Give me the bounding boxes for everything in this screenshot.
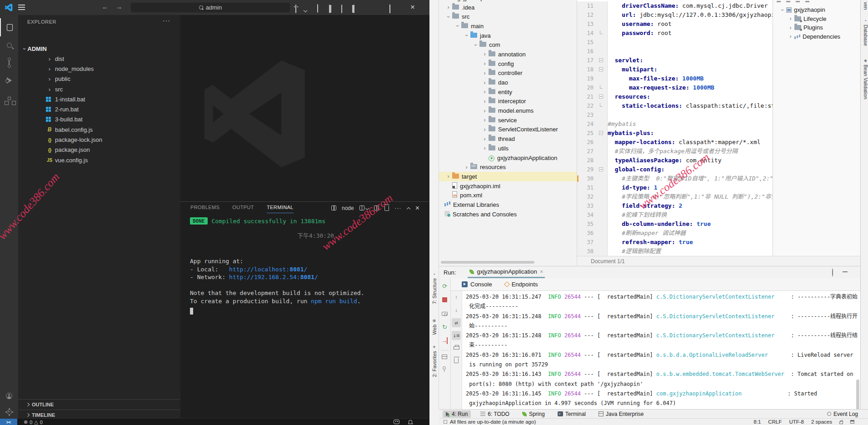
fold-collapse-icon[interactable]: −: [599, 58, 603, 62]
stripe-structure[interactable]: ▪7: Structure: [429, 272, 439, 304]
menu-icon[interactable]: [18, 5, 25, 10]
explorer-item[interactable]: Bbabel.config.js: [18, 125, 180, 135]
customize-layout-icon[interactable]: [317, 5, 318, 13]
dump-threads-icon[interactable]: [442, 312, 448, 316]
activity-search[interactable]: [0, 36, 18, 54]
encoding[interactable]: UTF-8: [789, 419, 804, 425]
layout-settings-icon[interactable]: [442, 355, 447, 359]
view-tab-console[interactable]: Console: [462, 281, 492, 288]
clear-console-icon[interactable]: [454, 358, 459, 363]
exit-icon[interactable]: →: [441, 337, 448, 344]
toggle-secondary-sidebar-icon[interactable]: [354, 5, 354, 13]
chevron-collapsed-icon[interactable]: ›: [481, 60, 489, 67]
tool-window-tab-javaenterprise[interactable]: Java Enterprise: [595, 410, 647, 418]
maven-root-item[interactable]: ›mgxjyzhaopin: [773, 5, 860, 15]
console-output[interactable]: 2025-03-20 16:31:15.247 INFO 26544 --- […: [462, 291, 860, 410]
maven-item-lifecycle[interactable]: ›Lifecycle: [773, 15, 860, 24]
remote-indicator[interactable]: ><: [0, 419, 17, 425]
scroll-to-end-icon[interactable]: ↓≡: [452, 331, 461, 340]
window-close-icon[interactable]: ×: [410, 3, 415, 11]
project-tree-item[interactable]: gxjyzhaopin.iml: [439, 181, 577, 191]
project-tree-pane[interactable]: ›gxjyzhaopin›.idea›src›main›java›com›ann…: [439, 0, 577, 266]
pin-tab-icon[interactable]: [443, 366, 446, 370]
run-configuration-tab[interactable]: gxjyzhaopinApplication ×: [468, 266, 545, 278]
tool-window-tab-terminal[interactable]: Terminal: [554, 410, 589, 418]
stripe-web[interactable]: ◉Web: [429, 318, 439, 335]
rerun-icon[interactable]: ⟳: [439, 283, 450, 290]
chevron-collapsed-icon[interactable]: ›: [463, 164, 470, 170]
nav-forward-icon[interactable]: →: [115, 3, 122, 10]
project-tree-item[interactable]: ›thread: [439, 134, 577, 144]
fold-collapse-icon[interactable]: −: [599, 95, 603, 99]
stripe-favorites[interactable]: ★2: Favorites: [429, 345, 439, 377]
console-scrollbar[interactable]: [856, 380, 859, 410]
project-tree-item[interactable]: ›entity: [439, 87, 577, 97]
explorer-item[interactable]: ›dist: [18, 54, 180, 64]
down-stacktrace-icon[interactable]: ↓: [451, 306, 462, 313]
chevron-collapsed-icon[interactable]: ›: [787, 33, 794, 40]
project-tree-item[interactable]: ›com: [439, 40, 577, 50]
maven-item-dependencies[interactable]: ›Dependencies: [773, 32, 860, 41]
project-tree-item[interactable]: ›model.enums: [439, 106, 577, 115]
chevron-collapsed-icon[interactable]: ›: [481, 117, 489, 123]
explorer-more-icon[interactable]: ···: [163, 17, 170, 24]
toggle-panel-icon[interactable]: [341, 5, 342, 13]
copilot-status-icon[interactable]: [394, 420, 399, 424]
project-tree-item[interactable]: ›controller: [439, 69, 577, 78]
copilot-chevron-icon[interactable]: [304, 5, 307, 14]
caret-position[interactable]: 8:1: [753, 419, 761, 425]
project-tree-item[interactable]: ›src: [439, 12, 577, 21]
project-tree-item[interactable]: ›annotation: [439, 50, 577, 59]
screen-reader-icon[interactable]: [850, 420, 854, 424]
toggle-sidebar-icon[interactable]: [329, 5, 330, 13]
tool-window-tab-run[interactable]: 4: Run: [443, 410, 471, 418]
soft-wrap-icon[interactable]: ⇄: [452, 318, 461, 327]
terminal-output[interactable]: DONE Compiled successfully in 13881ms 下午…: [190, 215, 426, 415]
activity-source-control[interactable]: [0, 54, 18, 72]
chevron-collapsed-icon[interactable]: ›: [481, 51, 489, 57]
event-log-button[interactable]: Event Log: [827, 411, 858, 417]
explorer-root-folder[interactable]: › ADMIN: [18, 44, 180, 54]
chevron-expanded-icon[interactable]: ›: [440, 0, 448, 1]
search-box[interactable]: admin: [130, 2, 290, 13]
maven-item-plugins[interactable]: ›Plugins: [773, 23, 860, 32]
explorer-item[interactable]: {}package-lock.json: [18, 135, 180, 145]
project-tree-item[interactable]: Scratches and Consoles: [439, 210, 577, 219]
explorer-item[interactable]: JSvue.config.js: [18, 155, 180, 165]
activity-run-and-debug[interactable]: [0, 71, 18, 90]
explorer-item[interactable]: ›node_modules: [18, 64, 180, 74]
chevron-collapsed-icon[interactable]: ›: [481, 126, 489, 133]
chevron-collapsed-icon[interactable]: ›: [481, 70, 489, 76]
panel-tab-problems[interactable]: PROBLEMS: [190, 205, 219, 213]
stripe-database[interactable]: ▪Database: [861, 18, 868, 46]
chevron-collapsed-icon[interactable]: ›: [787, 25, 794, 31]
project-tree-item[interactable]: ›java: [439, 31, 577, 40]
project-tree-item[interactable]: pom.xml: [439, 190, 577, 200]
copilot-icon[interactable]: [295, 5, 296, 13]
fold-collapse-icon[interactable]: −: [599, 67, 603, 71]
view-tab-endpoints[interactable]: Endpoints: [505, 281, 538, 288]
project-tree-item[interactable]: ›.idea: [439, 3, 577, 12]
chevron-collapsed-icon[interactable]: ›: [481, 98, 489, 105]
tree-horizontal-scrollbar[interactable]: [441, 261, 534, 264]
project-tree-item[interactable]: ›interceptor: [439, 97, 577, 106]
close-tab-icon[interactable]: ×: [540, 268, 544, 275]
readonly-lock-icon[interactable]: [839, 421, 843, 424]
chevron-expanded-icon[interactable]: ›: [444, 14, 452, 20]
project-tree-item[interactable]: ›target: [439, 172, 577, 181]
window-maximize-icon[interactable]: [389, 5, 390, 13]
chevron-expanded-icon[interactable]: ›: [454, 23, 461, 29]
terminal-more-icon[interactable]: ···: [394, 205, 402, 211]
chevron-collapsed-icon[interactable]: ›: [481, 145, 489, 151]
project-tree-item[interactable]: ›config: [439, 59, 577, 69]
chevron-collapsed-icon[interactable]: ›: [481, 80, 489, 86]
notifications-bell-icon[interactable]: [409, 420, 412, 424]
explorer-item[interactable]: ›src: [18, 84, 180, 94]
tool-window-tab-spring[interactable]: Spring: [519, 410, 548, 418]
project-tree-item[interactable]: ›service: [439, 115, 577, 125]
maximize-panel-icon[interactable]: [406, 207, 410, 210]
project-tree-item[interactable]: ›resources: [439, 162, 577, 172]
chevron-collapsed-icon[interactable]: ›: [444, 4, 452, 10]
nav-back-icon[interactable]: ←: [102, 3, 109, 10]
activity-explorer[interactable]: [0, 18, 18, 36]
